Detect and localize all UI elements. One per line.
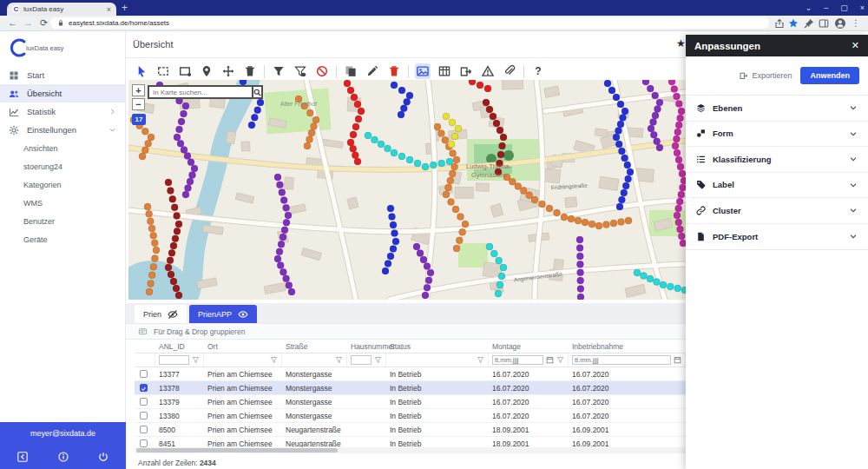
row-checkbox[interactable]	[140, 398, 148, 406]
panel-section-form[interactable]: Form	[686, 122, 868, 148]
menu-kebab-icon[interactable]: ⋮	[851, 18, 861, 29]
table-row[interactable]: 13380Prien am ChiemseeMonstergasseIn Bet…	[135, 409, 686, 423]
sidebar-item-start[interactable]: Start	[0, 66, 125, 84]
minimize-button[interactable]: –	[824, 3, 828, 12]
row-checkbox[interactable]	[140, 439, 148, 447]
back-icon[interactable]: ←	[7, 17, 18, 29]
browser-tab[interactable]: C luxData easy ×	[7, 3, 116, 16]
sidebar-subitem-kategorien[interactable]: Kategorien	[0, 175, 125, 194]
listic-icon	[696, 155, 706, 164]
map-view-button[interactable]	[415, 63, 431, 79]
map-badge[interactable]: 17	[132, 114, 146, 125]
filter-input-montage[interactable]	[492, 355, 543, 365]
filter-funnel-icon[interactable]	[192, 356, 200, 364]
favorite-star-icon[interactable]: ★	[676, 38, 686, 49]
column-header-anl-id[interactable]: ANL_ID	[155, 340, 204, 353]
filter-input-hausnummer[interactable]	[351, 355, 372, 365]
row-checkbox[interactable]	[140, 370, 148, 378]
panel-section-cluster[interactable]: Cluster	[686, 198, 868, 224]
group-by-bar[interactable]: Für Drag & Drop gruppieren	[126, 323, 686, 340]
column-header-ort[interactable]: Ort	[204, 340, 282, 353]
logout-power-icon[interactable]	[98, 452, 108, 462]
delete-button[interactable]	[242, 63, 258, 79]
sidebar-subitem-stoerung24[interactable]: stoerung24	[0, 157, 125, 175]
table-row[interactable]: 13379Prien am ChiemseeMonstergasseIn Bet…	[135, 395, 686, 409]
new-tab-button[interactable]: +	[122, 2, 128, 14]
select-cursor-button[interactable]	[134, 63, 149, 79]
panel-section-pdf-export[interactable]: PDF-Export	[686, 224, 868, 250]
reload-icon[interactable]: ⟳	[38, 17, 49, 29]
filter-funnel-icon[interactable]	[556, 356, 564, 364]
dataset-tab-prien[interactable]: Prien	[135, 305, 187, 323]
sidebar-item-einstellungen[interactable]: Einstellungen	[0, 121, 125, 139]
extensions-pin-icon[interactable]	[804, 18, 814, 29]
map[interactable]: Alter FriedhofLudwig-Thoma-GymnasiumFrüh…	[128, 80, 686, 300]
filter-funnel-icon[interactable]	[374, 356, 382, 364]
close-button[interactable]: ×	[860, 3, 865, 12]
zoom-in-button[interactable]: +	[132, 84, 145, 96]
calendar-icon[interactable]	[674, 356, 681, 364]
column-header-status[interactable]: Status	[386, 340, 489, 353]
warnings-button[interactable]	[480, 63, 496, 79]
calendar-icon[interactable]	[546, 356, 554, 364]
copy-button[interactable]	[343, 63, 358, 79]
filter-funnel-icon[interactable]	[477, 356, 484, 364]
filter-off-button[interactable]	[293, 63, 308, 79]
bookmark-star-icon[interactable]	[788, 18, 799, 29]
sidebar-subitem-ger-te[interactable]: Geräte	[0, 230, 125, 248]
edit-button[interactable]	[365, 63, 380, 79]
filter-funnel-icon[interactable]	[335, 356, 343, 364]
filter-funnel-icon[interactable]	[270, 356, 278, 364]
scrollbar-thumb[interactable]	[136, 448, 338, 452]
delete-selection-button[interactable]	[386, 63, 402, 79]
panel-section-klassifizierung[interactable]: Klassifizierung	[686, 147, 868, 173]
rectangle-select-button[interactable]	[155, 63, 171, 79]
address-bar[interactable]: easytest.sixdata.de/home/assets	[50, 17, 769, 29]
help-button[interactable]: ?	[530, 63, 546, 79]
table-row[interactable]: 13377Prien am ChiemseeMonstergasseIn Bet…	[135, 367, 686, 381]
tab-search-icon[interactable]: ⌄	[806, 3, 812, 12]
panel-close-icon[interactable]: ✕	[852, 41, 859, 50]
info-icon[interactable]	[58, 452, 69, 462]
zoom-out-button[interactable]: −	[132, 98, 145, 110]
map-search-input[interactable]	[148, 85, 252, 99]
column-header-montage[interactable]: Montage	[489, 340, 569, 353]
sidebar-subitem-benutzer[interactable]: Benutzer	[0, 212, 125, 230]
row-checkbox[interactable]	[140, 412, 148, 419]
map-search-button[interactable]	[252, 85, 263, 99]
table-row[interactable]: 8500Prien am ChiemseeNeugartenstraßeIn B…	[135, 423, 686, 437]
row-checkbox[interactable]	[140, 384, 148, 392]
column-header-stra-e[interactable]: Straße	[282, 340, 347, 353]
dataset-tab-prienapp[interactable]: PrienAPP	[189, 305, 257, 323]
apply-button[interactable]: Anwenden	[800, 67, 859, 84]
column-header-hausnummer[interactable]: Hausnummer	[347, 340, 386, 353]
filter-input-anl-id[interactable]	[159, 355, 189, 365]
share-icon[interactable]	[774, 18, 785, 29]
filter-remove-button[interactable]	[314, 63, 330, 79]
collapse-sidebar-icon[interactable]	[17, 452, 28, 462]
sidebar-subitem-wms[interactable]: WMS	[0, 194, 125, 212]
column-header-inbetriebnahme[interactable]: Inbetriebnahme	[569, 340, 686, 353]
horizontal-scrollbar[interactable]	[135, 447, 686, 453]
sidebar-item-statistik[interactable]: Statistik	[0, 102, 125, 121]
add-marker-button[interactable]	[199, 63, 214, 79]
filter-input-inbetriebnahme[interactable]	[572, 355, 671, 365]
side-panel-icon[interactable]	[819, 18, 829, 29]
maximize-button[interactable]: ▢	[840, 3, 848, 12]
filter-button[interactable]	[271, 63, 286, 79]
export-button[interactable]: Exportieren	[740, 71, 792, 80]
table-row[interactable]: 13378Prien am ChiemseeMonstergasseIn Bet…	[135, 381, 686, 395]
panel-section-label[interactable]: Label	[686, 173, 868, 199]
polygon-select-button[interactable]	[177, 63, 193, 79]
attachments-button[interactable]	[502, 63, 517, 79]
panel-section-ebenen[interactable]: Ebenen	[686, 96, 868, 122]
tab-close-icon[interactable]: ×	[107, 5, 111, 14]
forward-icon[interactable]: →	[23, 17, 34, 29]
row-checkbox[interactable]	[140, 426, 148, 433]
table-view-button[interactable]	[437, 63, 452, 79]
profile-avatar[interactable]	[835, 18, 845, 29]
export-button[interactable]	[458, 63, 474, 79]
sidebar-item-bersicht[interactable]: Übersicht	[0, 84, 125, 102]
move-button[interactable]	[220, 63, 236, 79]
sidebar-subitem-ansichten[interactable]: Ansichten	[0, 139, 125, 157]
